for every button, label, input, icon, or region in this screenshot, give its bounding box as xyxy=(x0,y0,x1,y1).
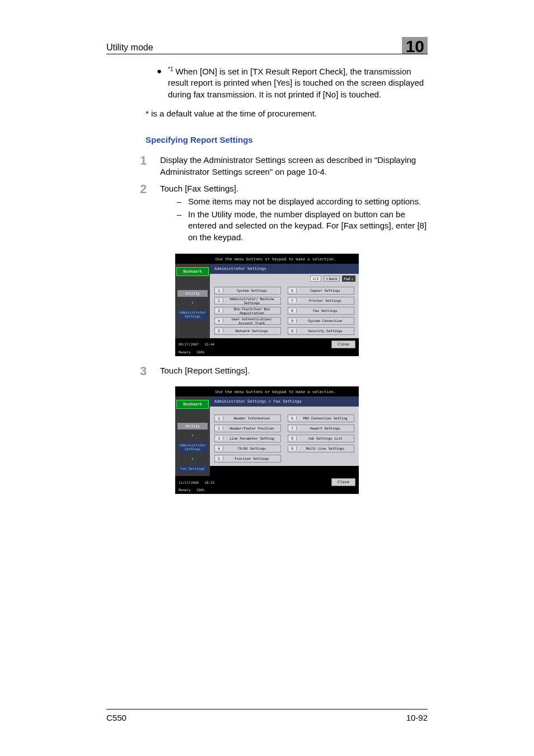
admin-settings-screenshot: Use the menu buttons or keypad to make a… xyxy=(175,254,359,356)
bookmark-button[interactable]: Bookmark xyxy=(176,267,209,276)
side-utility-button[interactable]: Utility xyxy=(177,422,208,431)
chevron-down-icon: ▾ xyxy=(191,457,194,461)
menu-button-7[interactable]: 7Printer Settings xyxy=(288,297,354,305)
menu-button-1[interactable]: 1Header Information xyxy=(214,414,281,422)
running-head-title: Utility mode xyxy=(106,43,402,53)
menu-button-6[interactable]: 6PBX Connection Setting xyxy=(288,414,354,422)
bookmark-button[interactable]: Bookmark xyxy=(176,400,209,409)
close-button[interactable]: Close xyxy=(331,340,355,348)
menu-button-6[interactable]: 6Copier Settings xyxy=(288,287,354,295)
step-1: 1 Display the Administrator Settings scr… xyxy=(140,155,428,178)
chevron-down-icon: ▾ xyxy=(191,301,194,305)
breadcrumb: Administrator Settings > Fax Settings xyxy=(210,396,359,407)
menu-button-3[interactable]: 3One-Touch/User Box Registration xyxy=(214,307,281,315)
menu-button-1[interactable]: 1System Settings xyxy=(214,287,281,295)
menu-button-5[interactable]: 5Function Settings xyxy=(214,455,281,463)
menu-button-7[interactable]: 7Report Settings xyxy=(288,424,354,432)
menu-button-2[interactable]: 2Header/Footer Position xyxy=(214,424,281,432)
menu-button-0[interactable]: 0Security Settings xyxy=(288,327,354,335)
pager: 1/2 xyxy=(310,276,322,282)
ss1-date: 09/27/2007 xyxy=(179,342,199,346)
breadcrumb: Administrator Settings xyxy=(210,264,359,274)
ss2-time: 18:33 xyxy=(204,480,214,484)
ss1-time: 15:44 xyxy=(204,342,214,346)
menu-button-9[interactable]: 9System Connection xyxy=(288,317,354,325)
menu-button-4[interactable]: 4User Authentication/ Account Track xyxy=(214,317,281,325)
back-button[interactable]: ↑Back xyxy=(324,276,339,282)
side-admin-button[interactable]: Administrator Settings xyxy=(177,441,208,453)
menu-button-3[interactable]: 3Line Parameter Setting xyxy=(214,435,281,442)
ss1-instruction: Use the menu buttons or keypad to make a… xyxy=(175,254,359,264)
step-2-dash-1: Some items may not be displayed accordin… xyxy=(188,196,428,208)
menu-button-9[interactable]: 9Multi Line Settings xyxy=(288,445,354,452)
step-3: 3 Touch [Report Settings]. xyxy=(140,365,428,377)
ss2-instruction: Use the menu buttons or keypad to make a… xyxy=(175,386,359,396)
menu-button-5[interactable]: 5Network Settings xyxy=(214,327,281,335)
step-2-text: Touch [Fax Settings]. xyxy=(160,183,428,195)
ss2-date: 11/17/2006 xyxy=(179,480,199,484)
default-value-note: * is a default value at the time of proc… xyxy=(146,108,428,119)
fax-settings-screenshot: Use the menu buttons or keypad to make a… xyxy=(175,386,359,494)
close-button[interactable]: Close xyxy=(331,478,355,486)
fwd-button[interactable]: Fwd↓ xyxy=(342,276,355,282)
section-heading: Specifying Report Settings xyxy=(146,135,428,144)
chapter-badge: 10 xyxy=(402,37,428,56)
footer-page-number: 10-92 xyxy=(406,713,428,722)
ss2-mem-label: Memory xyxy=(179,488,191,492)
menu-button-8[interactable]: 8Fax Settings xyxy=(288,307,354,315)
step-2: 2 Touch [Fax Settings]. –Some items may … xyxy=(140,183,428,244)
side-fax-button[interactable]: Fax Settings xyxy=(177,465,208,473)
menu-button-2[interactable]: 2Administrator/ Machine Settings xyxy=(214,297,281,305)
chapter-number: 10 xyxy=(406,37,424,56)
ss1-mem: 100% xyxy=(196,350,204,354)
ss1-mem-label: Memory xyxy=(179,350,191,354)
footer-model: C550 xyxy=(106,713,127,722)
step-2-dash-2: In the Utility mode, the number displaye… xyxy=(188,209,428,244)
side-admin-button[interactable]: Administrator Settings xyxy=(177,309,208,320)
bullet-text: When [ON] is set in [TX Result Report Ch… xyxy=(168,67,424,99)
ss2-mem: 100% xyxy=(196,488,204,492)
chevron-down-icon: ▾ xyxy=(191,433,194,438)
bullet-note: ● *1 When [ON] is set in [TX Result Repo… xyxy=(157,66,428,100)
menu-button-4[interactable]: 4TX/RX Settings xyxy=(214,445,281,452)
menu-button-8[interactable]: 8Job Settings List xyxy=(288,435,354,442)
side-utility-button[interactable]: Utility xyxy=(177,290,208,298)
